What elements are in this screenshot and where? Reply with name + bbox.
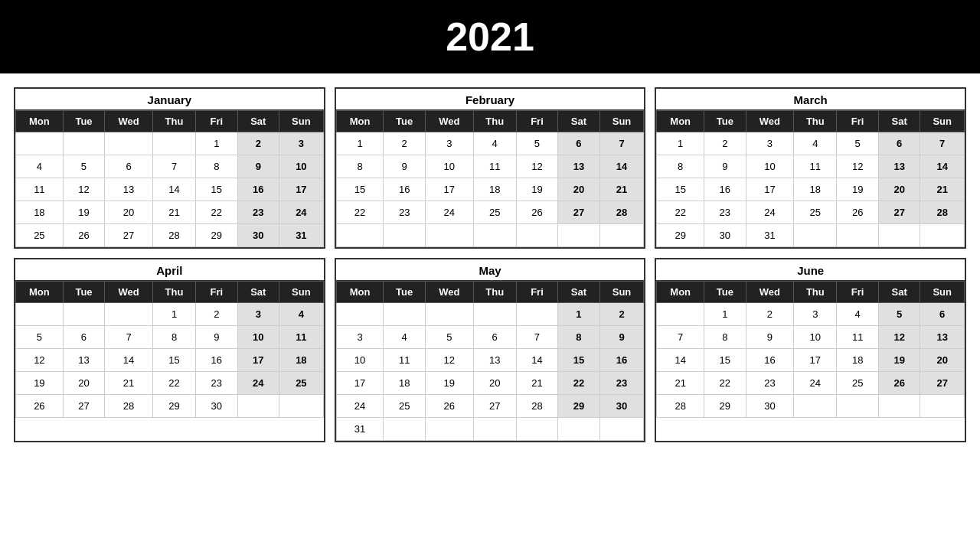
weekday-header-tue: Tue (63, 282, 105, 303)
day-cell: 14 (152, 178, 195, 201)
weekday-header-mon: Mon (657, 282, 704, 303)
day-cell: 8 (196, 155, 238, 178)
day-cell: 29 (558, 395, 600, 418)
day-cell: 23 (746, 372, 794, 395)
weekday-header-thu: Thu (473, 111, 516, 132)
weekday-header-wed: Wed (105, 282, 153, 303)
day-cell: 26 (516, 201, 558, 224)
day-cell: 11 (384, 349, 426, 372)
weekday-header-sun: Sun (920, 282, 965, 303)
weekday-header-thu: Thu (473, 282, 516, 303)
weekday-header-sat: Sat (237, 282, 279, 303)
day-cell (837, 395, 879, 418)
day-cell: 6 (105, 155, 153, 178)
month-table-january: MonTueWedThuFriSatSun1234567891011121314… (15, 110, 324, 247)
day-cell (794, 224, 837, 247)
day-cell: 28 (105, 395, 153, 418)
day-cell (558, 418, 600, 441)
day-cell: 5 (63, 155, 105, 178)
day-cell: 24 (336, 395, 384, 418)
day-cell: 13 (63, 349, 105, 372)
day-cell (336, 224, 384, 247)
day-cell (473, 303, 516, 326)
day-cell: 10 (279, 155, 324, 178)
day-cell: 2 (704, 132, 746, 155)
day-cell: 26 (425, 395, 473, 418)
weekday-header-wed: Wed (105, 111, 153, 132)
day-cell: 28 (920, 201, 965, 224)
day-cell: 3 (336, 326, 384, 349)
day-cell: 6 (473, 326, 516, 349)
day-cell: 8 (558, 326, 600, 349)
weekday-header-thu: Thu (152, 111, 195, 132)
month-block-january: JanuaryMonTueWedThuFriSatSun123456789101… (14, 87, 325, 249)
day-cell: 31 (279, 224, 324, 247)
day-cell: 29 (704, 395, 746, 418)
day-cell: 4 (473, 132, 516, 155)
day-cell: 15 (704, 349, 746, 372)
day-cell: 19 (16, 372, 64, 395)
day-cell: 26 (878, 372, 920, 395)
day-cell (105, 132, 153, 155)
day-cell: 17 (794, 349, 837, 372)
month-title-april: April (15, 259, 324, 281)
month-block-june: JuneMonTueWedThuFriSatSun123456789101112… (655, 258, 966, 442)
day-cell: 2 (384, 132, 426, 155)
day-cell (599, 224, 644, 247)
day-cell: 8 (336, 155, 384, 178)
weekday-header-fri: Fri (516, 282, 558, 303)
day-cell: 6 (63, 326, 105, 349)
weekday-header-mon: Mon (336, 282, 384, 303)
day-cell (63, 132, 105, 155)
weekday-header-tue: Tue (704, 282, 746, 303)
day-cell: 15 (196, 178, 238, 201)
month-table-february: MonTueWedThuFriSatSun1234567891011121314… (336, 110, 645, 247)
day-cell: 25 (473, 201, 516, 224)
weekday-header-wed: Wed (746, 111, 794, 132)
day-cell: 1 (657, 132, 704, 155)
day-cell: 13 (878, 155, 920, 178)
day-cell: 24 (237, 372, 279, 395)
month-table-june: MonTueWedThuFriSatSun1234567891011121314… (656, 281, 965, 418)
day-cell: 14 (516, 349, 558, 372)
day-cell: 9 (599, 326, 644, 349)
weekday-header-tue: Tue (384, 111, 426, 132)
day-cell: 3 (237, 303, 279, 326)
day-cell: 7 (152, 155, 195, 178)
day-cell: 18 (473, 178, 516, 201)
day-cell: 22 (558, 372, 600, 395)
day-cell: 17 (336, 372, 384, 395)
day-cell: 10 (336, 349, 384, 372)
weekday-header-sun: Sun (279, 282, 324, 303)
day-cell (279, 395, 324, 418)
day-cell: 3 (746, 132, 794, 155)
day-cell (657, 303, 704, 326)
day-cell: 21 (920, 178, 965, 201)
day-cell: 6 (920, 303, 965, 326)
month-block-march: MarchMonTueWedThuFriSatSun12345678910111… (655, 87, 966, 249)
day-cell: 10 (237, 326, 279, 349)
day-cell (384, 303, 426, 326)
weekday-header-mon: Mon (16, 111, 64, 132)
day-cell: 12 (16, 349, 64, 372)
weekday-header-thu: Thu (794, 282, 837, 303)
weekday-header-sat: Sat (558, 111, 600, 132)
month-title-february: February (336, 89, 645, 110)
weekday-header-fri: Fri (196, 111, 238, 132)
month-title-may: May (336, 259, 645, 281)
day-cell (516, 224, 558, 247)
day-cell: 21 (657, 372, 704, 395)
day-cell: 20 (878, 178, 920, 201)
day-cell: 27 (558, 201, 600, 224)
day-cell: 12 (878, 326, 920, 349)
day-cell: 16 (704, 178, 746, 201)
day-cell (152, 132, 195, 155)
month-table-april: MonTueWedThuFriSatSun1234567891011121314… (15, 281, 324, 418)
day-cell: 27 (105, 224, 153, 247)
day-cell: 25 (279, 372, 324, 395)
day-cell: 9 (704, 155, 746, 178)
weekday-header-fri: Fri (837, 282, 879, 303)
day-cell: 22 (704, 372, 746, 395)
weekday-header-sat: Sat (878, 111, 920, 132)
day-cell: 5 (837, 132, 879, 155)
